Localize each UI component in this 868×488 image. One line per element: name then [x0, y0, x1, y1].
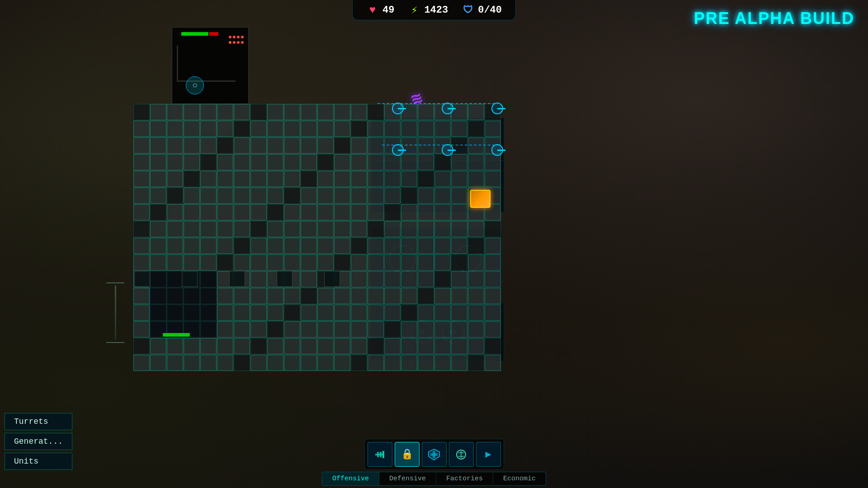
grid-cell[interactable]	[451, 221, 467, 237]
grid-cell[interactable]	[167, 137, 183, 154]
grid-cell[interactable]	[200, 121, 217, 137]
grid-cell[interactable]	[401, 271, 417, 287]
grid-cell[interactable]	[267, 355, 283, 371]
grid-cell[interactable]	[384, 238, 401, 254]
grid-cell[interactable]	[133, 121, 150, 137]
grid-cell[interactable]	[133, 204, 150, 221]
grid-cell[interactable]	[217, 204, 233, 221]
grid-cell[interactable]	[401, 121, 417, 137]
grid-cell[interactable]	[267, 288, 283, 304]
grid-cell[interactable]	[301, 321, 317, 338]
grid-cell[interactable]	[301, 154, 317, 170]
grid-cell[interactable]	[418, 305, 434, 321]
grid-cell[interactable]	[284, 238, 300, 254]
grid-cell[interactable]	[368, 305, 384, 321]
grid-cell[interactable]	[150, 121, 166, 137]
grid-cell[interactable]	[401, 221, 417, 237]
grid-cell[interactable]	[485, 338, 501, 354]
grid-cell[interactable]	[184, 204, 200, 221]
grid-cell[interactable]	[250, 154, 267, 170]
grid-cell[interactable]	[167, 254, 183, 271]
grid-cell[interactable]	[317, 305, 334, 321]
grid-cell[interactable]	[485, 254, 501, 271]
build-icon-defensive[interactable]	[422, 442, 447, 467]
grid-cell[interactable]	[267, 121, 283, 137]
grid-cell[interactable]	[485, 271, 501, 287]
grid-cell[interactable]	[317, 137, 334, 154]
grid-cell[interactable]	[317, 104, 334, 120]
build-icon-lock[interactable]: 🔒	[395, 442, 420, 467]
grid-cell[interactable]	[451, 338, 467, 354]
grid-cell[interactable]	[401, 204, 417, 221]
grid-cell[interactable]	[167, 288, 183, 304]
grid-cell[interactable]	[267, 154, 283, 170]
grid-cell[interactable]	[234, 104, 250, 120]
grid-cell[interactable]	[368, 238, 384, 254]
grid-cell[interactable]	[250, 188, 267, 204]
grid-cell[interactable]	[133, 288, 150, 304]
grid-cell[interactable]	[418, 121, 434, 137]
units-button[interactable]: Units	[5, 453, 72, 470]
grid-cell[interactable]	[434, 204, 451, 221]
grid-cell[interactable]	[250, 221, 267, 237]
grid-cell[interactable]	[485, 288, 501, 304]
grid-cell[interactable]	[468, 288, 484, 304]
grid-cell[interactable]	[351, 355, 367, 371]
grid-cell[interactable]	[468, 254, 484, 271]
grid-cell[interactable]	[401, 254, 417, 271]
grid-cell[interactable]	[250, 254, 267, 271]
tab-factories[interactable]: Factories	[436, 472, 493, 485]
grid-cell[interactable]	[434, 288, 451, 304]
grid-cell[interactable]	[418, 355, 434, 371]
grid-cell[interactable]	[284, 254, 300, 271]
tab-defensive[interactable]: Defensive	[379, 472, 436, 485]
grid-cell[interactable]	[284, 305, 300, 321]
build-icon-offensive[interactable]	[368, 442, 392, 467]
grid-cell[interactable]	[267, 188, 283, 204]
grid-cell[interactable]	[434, 321, 451, 338]
tab-offensive[interactable]: Offensive	[322, 472, 379, 485]
grid-cell[interactable]	[250, 305, 267, 321]
grid-cell[interactable]	[284, 204, 300, 221]
grid-cell[interactable]	[184, 254, 200, 271]
grid-cell[interactable]	[250, 338, 267, 354]
grid-cell[interactable]	[401, 355, 417, 371]
grid-cell[interactable]	[468, 171, 484, 187]
grid-cell[interactable]	[234, 254, 250, 271]
grid-cell[interactable]	[351, 254, 367, 271]
grid-cell[interactable]	[451, 188, 467, 204]
grid-cell[interactable]	[468, 338, 484, 354]
grid-cell[interactable]	[234, 288, 250, 304]
grid-cell[interactable]	[284, 288, 300, 304]
grid-cell[interactable]	[434, 238, 451, 254]
grid-cell[interactable]	[200, 171, 217, 187]
grid-cell[interactable]	[200, 321, 217, 338]
grid-cell[interactable]	[368, 171, 384, 187]
grid-cell[interactable]	[184, 104, 200, 120]
grid-cell[interactable]	[317, 154, 334, 170]
grid-cell[interactable]	[200, 154, 217, 170]
grid-cell[interactable]	[368, 188, 384, 204]
grid-cell[interactable]	[468, 221, 484, 237]
grid-cell[interactable]	[267, 104, 283, 120]
grid-cell[interactable]	[301, 355, 317, 371]
grid-cell[interactable]	[485, 221, 501, 237]
grid-cell[interactable]	[267, 204, 283, 221]
grid-cell[interactable]	[200, 188, 217, 204]
grid-cell[interactable]	[217, 288, 233, 304]
grid-cell[interactable]	[217, 171, 233, 187]
grid-cell[interactable]	[250, 104, 267, 120]
grid-cell[interactable]	[401, 288, 417, 304]
grid-cell[interactable]	[451, 271, 467, 287]
grid-cell[interactable]	[451, 305, 467, 321]
grid-cell[interactable]	[334, 321, 350, 338]
grid-cell[interactable]	[217, 254, 233, 271]
grid-cell[interactable]	[418, 204, 434, 221]
grid-cell[interactable]	[267, 338, 283, 354]
grid-cell[interactable]	[250, 321, 267, 338]
grid-cell[interactable]	[468, 355, 484, 371]
grid-cell[interactable]	[401, 321, 417, 338]
grid-cell[interactable]	[200, 338, 217, 354]
grid-cell[interactable]	[451, 121, 467, 137]
grid-cell[interactable]	[368, 271, 384, 287]
